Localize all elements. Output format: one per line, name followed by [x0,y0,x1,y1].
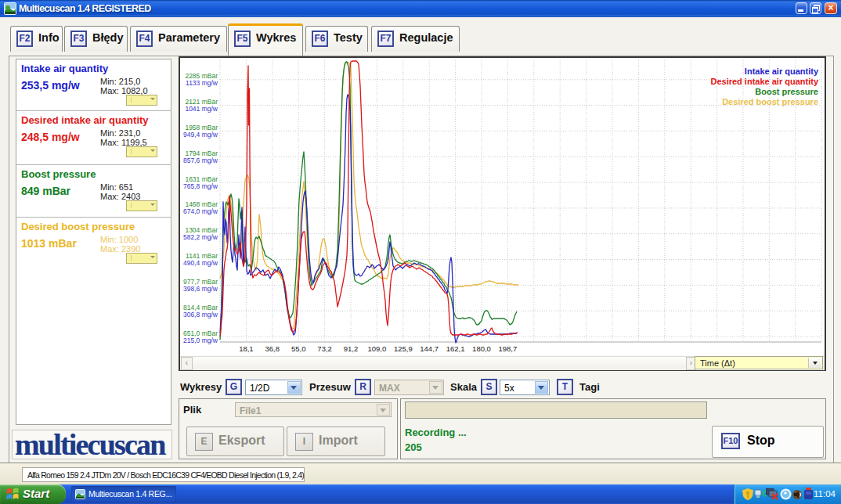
svg-text:Desired boost pressure: Desired boost pressure [722,97,818,106]
svg-text:Boost pressure: Boost pressure [755,87,818,96]
svg-text:144,7: 144,7 [420,344,439,353]
svg-text:857,6 mg/w: 857,6 mg/w [183,157,218,164]
svg-text:398,6 mg/w: 398,6 mg/w [183,285,218,293]
svg-text:162,1: 162,1 [446,344,465,353]
svg-text:1041 mg/w: 1041 mg/w [185,105,218,113]
svg-text:109,0: 109,0 [368,344,387,353]
svg-text:Desired intake air quantity: Desired intake air quantity [710,77,818,86]
svg-text:1133 mg/w: 1133 mg/w [186,79,218,87]
svg-text:674,0 mg/w: 674,0 mg/w [183,207,218,215]
svg-text:180,0: 180,0 [472,344,491,353]
svg-text:Intake air quantity: Intake air quantity [745,67,819,76]
svg-text:91,2: 91,2 [344,344,359,353]
svg-text:36,8: 36,8 [265,344,280,353]
svg-text:490,4 mg/w: 490,4 mg/w [183,259,218,267]
svg-text:55,0: 55,0 [291,344,306,353]
svg-text:215,0 mg/w: 215,0 mg/w [183,337,218,344]
svg-text:949,4 mg/w: 949,4 mg/w [183,131,218,139]
svg-text:198,7: 198,7 [499,344,518,353]
svg-text:582,2 mg/w: 582,2 mg/w [183,233,218,241]
svg-text:125,9: 125,9 [394,344,413,353]
svg-text:73,2: 73,2 [317,344,332,353]
svg-text:306,8 mg/w: 306,8 mg/w [183,311,218,319]
svg-text:765,8 mg/w: 765,8 mg/w [183,182,218,190]
svg-text:18,1: 18,1 [239,344,254,353]
